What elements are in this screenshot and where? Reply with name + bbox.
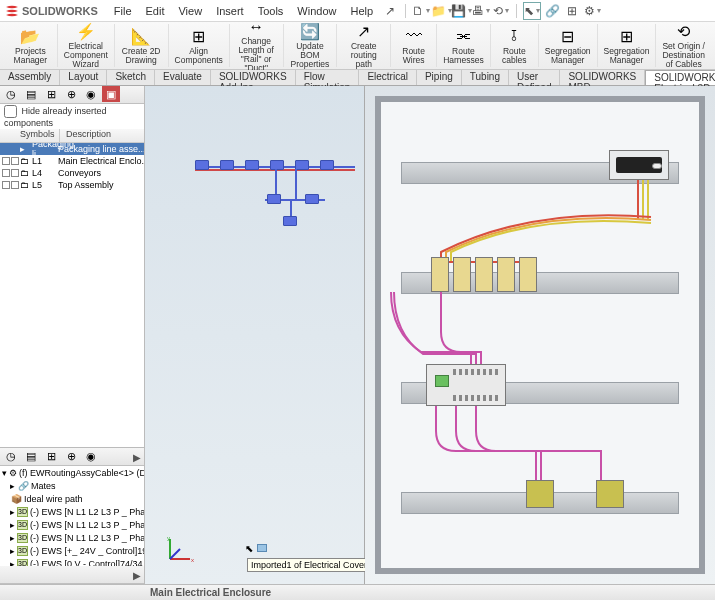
tab-sketch[interactable]: Sketch [107,70,155,85]
feature-tree-node[interactable]: ▸ 3D(-) EWS [N L1 L2 L3 P _ Phase 2]13 [0,518,144,531]
breaker [431,257,449,292]
hide-inserted-checkbox[interactable]: Hide already inserted components [0,104,144,129]
panel-scroll-right[interactable]: ▶ [132,448,142,466]
ribbon-projects-manager[interactable]: 📂Projects Manager [4,24,58,67]
feature-tree-body[interactable]: ▾ ⚙(f) EWRoutingAssyCable<1> (Defa ▸ 🔗Ma… [0,466,144,566]
breaker [453,257,471,292]
select-icon[interactable]: ⬉ [523,2,541,20]
refresh-icon: 🔄 [300,22,320,41]
grid-icon[interactable]: ⊞ [563,2,581,20]
assembly-icon: ⚙ [9,468,17,478]
tab-evaluate[interactable]: Evaluate [155,70,211,85]
panel2-tab-2[interactable]: ▤ [22,448,40,464]
panel-tab-4[interactable]: ⊕ [62,86,80,102]
save-icon[interactable]: 💾 [452,2,470,20]
main-switch [609,150,669,180]
rebuild-icon[interactable]: ⟲ [492,2,510,20]
3d-icon: 3D [17,507,28,517]
menu-file[interactable]: File [108,3,138,19]
tree-row[interactable]: 🗀 L4 Conveyors [0,167,144,179]
menu-edit[interactable]: Edit [140,3,171,19]
folder-icon: 📂 [20,26,40,46]
ribbon-set-origin[interactable]: ⟲Set Origin / Destination of Cables [656,24,711,67]
options-icon[interactable]: ⚙ [583,2,601,20]
menu-view[interactable]: View [172,3,208,19]
feature-manager-panel: ◷ ▤ ⊞ ⊕ ◉ ▣ Hide already inserted compon… [0,86,145,584]
panel-tab-5[interactable]: ◉ [82,86,100,102]
feature-tree-node[interactable]: ▸ 3D(-) EWS [N L1 L2 L3 P _ Phase 1]12 [0,505,144,518]
panel-tab-1[interactable]: ◷ [2,86,20,102]
panel-tab-strip: ◷ ▤ ⊞ ⊕ ◉ ▣ [0,86,144,104]
schematic-view[interactable]: xy ⬉ Imported1 of Electrical Cover(Defau… [145,86,365,584]
cabinet-view[interactable] [365,86,715,584]
terminal-block [526,480,554,508]
graphics-viewport[interactable]: xy ⬉ Imported1 of Electrical Cover(Defau… [145,86,715,584]
feature-tree-node[interactable]: ▸ 🔗Mates [0,479,144,492]
ribbon-update-bom[interactable]: 🔄Update BOM Properties [284,24,338,67]
panel-tab-2[interactable]: ▤ [22,86,40,102]
tree-row[interactable]: ▸ Packaging li... Packaging line asse... [0,143,144,155]
3d-icon: 3D [17,533,28,543]
open-doc-icon[interactable]: 📁 [432,2,450,20]
electrical-cabinet [375,96,705,574]
plc-module [426,364,506,406]
tab-layout[interactable]: Layout [60,70,107,85]
menu-tools[interactable]: Tools [252,3,290,19]
tab-assembly[interactable]: Assembly [0,70,60,85]
panel2-tab-5[interactable]: ◉ [82,448,100,464]
link-icon[interactable]: 🔗 [543,2,561,20]
3d-icon: 3D [17,559,28,567]
header-description: Description [60,129,144,142]
tab-tubing[interactable]: Tubing [462,70,509,85]
header-symbols: Symbols [0,129,60,142]
feature-tree-node[interactable]: ▸ 3D(-) EWS [0 V - Control]74/34 [0,557,144,566]
tab-piping[interactable]: Piping [417,70,462,85]
tab-flow[interactable]: Flow Simulation [296,70,360,85]
ribbon-align[interactable]: ⊞Align Components [169,24,230,67]
panel2-tab-4[interactable]: ⊕ [62,448,80,464]
length-icon: ↔ [246,18,266,36]
feature-tree-node[interactable]: ▸ 3D(-) EWS [+_ 24V _ Control]19 [0,544,144,557]
lower-feature-tree: ◷ ▤ ⊞ ⊕ ◉ ▶ ▾ ⚙(f) EWRoutingAssyCable<1>… [0,447,144,584]
component-tree[interactable]: ▸ Packaging li... Packaging line asse...… [0,143,144,447]
ribbon-routing-path[interactable]: ↗Create routing path [337,24,391,67]
wires-icon: 〰 [404,26,424,46]
help-arrow-icon[interactable]: ↗ [381,2,399,20]
tree-row[interactable]: 🗀 L1 Main Electrical Enclo... [0,155,144,167]
tree-row[interactable]: 🗀 L5 Top Assembly [0,179,144,191]
panel-scroll-right-2[interactable]: ▶ [132,566,142,584]
ribbon-electrical-wizard[interactable]: ⚡Electrical Component Wizard [58,24,115,67]
feature-tree-node[interactable]: 📦Ideal wire path [0,492,144,505]
ribbon-create-2d[interactable]: 📐Create 2D Drawing [115,24,169,67]
tab-addins[interactable]: SOLIDWORKS Add-Ins [211,70,296,85]
panel2-tab-3[interactable]: ⊞ [42,448,60,464]
3d-icon: 3D [17,520,28,530]
coordinate-triad[interactable]: xy [165,534,195,564]
ribbon-route-cables[interactable]: ⫱Route cables [491,24,539,67]
tab-electrical[interactable]: Electrical [359,70,417,85]
breaker [475,257,493,292]
ribbon-toolbar: 📂Projects Manager ⚡Electrical Component … [0,22,715,70]
panel-tab-electrical[interactable]: ▣ [102,86,120,102]
ribbon-route-harnesses[interactable]: ⫘Route Harnesses [437,24,491,67]
harness-icon: ⫘ [453,26,473,46]
drawing-icon: 📐 [131,26,151,46]
menu-window[interactable]: Window [291,3,342,19]
tab-udr[interactable]: User Defined Route [509,70,560,85]
tab-mbd[interactable]: SOLIDWORKS MBD [560,70,645,85]
print-icon[interactable]: 🖶 [472,2,490,20]
feature-tree-root[interactable]: ▾ ⚙(f) EWRoutingAssyCable<1> (Defa [0,466,144,479]
new-doc-icon[interactable]: 🗋 [412,2,430,20]
panel-tab-3[interactable]: ⊞ [42,86,60,102]
ribbon-route-wires[interactable]: 〰Route Wires [391,24,437,67]
menu-help[interactable]: Help [344,3,379,19]
ribbon-segregation-2[interactable]: ⊞Segregation Manager [598,24,657,67]
cursor-indicator: ⬉ [245,543,267,554]
menu-insert[interactable]: Insert [210,3,250,19]
tab-electrical-3d[interactable]: SOLIDWORKS Electrical 3D [645,70,715,85]
panel2-tab-1[interactable]: ◷ [2,448,20,464]
svg-text:y: y [167,535,170,541]
ribbon-change-length[interactable]: ↔Change Length of "Rail" or "Duct" [230,24,284,67]
feature-tree-node[interactable]: ▸ 3D(-) EWS [N L1 L2 L3 P _ Phase 3]14 [0,531,144,544]
ribbon-segregation-1[interactable]: ⊟Segregation Manager [539,24,598,67]
